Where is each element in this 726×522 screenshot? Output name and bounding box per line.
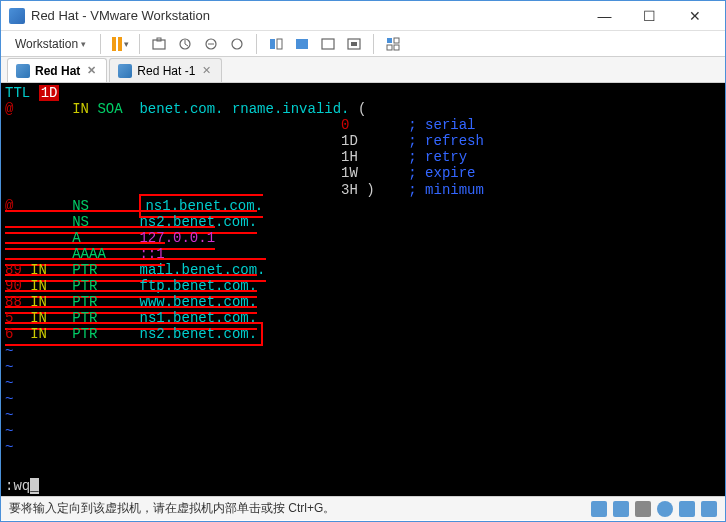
rec-type: A xyxy=(72,230,80,246)
usb-icon[interactable] xyxy=(679,501,695,517)
tilde: ~ xyxy=(5,407,13,423)
rec-class: IN xyxy=(30,310,47,326)
rec-rdata: 127.0.0.1 xyxy=(139,230,215,246)
rec-type: PTR xyxy=(72,294,97,310)
view-fullscreen-button[interactable] xyxy=(317,33,339,55)
tilde: ~ xyxy=(5,359,13,375)
soa-class: IN xyxy=(72,101,89,117)
floppy-icon[interactable] xyxy=(635,501,651,517)
svg-rect-13 xyxy=(387,45,392,50)
rec-type: PTR xyxy=(72,278,97,294)
vm-icon xyxy=(16,64,30,78)
tilde: ~ xyxy=(5,375,13,391)
tab-label: Red Hat xyxy=(35,64,80,78)
rec-type: NS xyxy=(72,214,89,230)
svg-point-4 xyxy=(232,39,242,49)
maximize-button[interactable]: ☐ xyxy=(627,2,672,30)
status-icons xyxy=(591,501,717,517)
soa-retry-comment: ; retry xyxy=(408,149,467,165)
rec-owner: 88 xyxy=(5,294,22,310)
ttl-label: TTL xyxy=(5,85,30,101)
view-single-button[interactable] xyxy=(291,33,313,55)
revert-button[interactable] xyxy=(174,33,196,55)
rec-class: IN xyxy=(30,262,47,278)
svg-rect-10 xyxy=(351,42,357,46)
separator xyxy=(139,34,140,54)
svg-rect-8 xyxy=(322,39,334,49)
rec-type: PTR xyxy=(72,310,97,326)
statusbar: 要将输入定向到该虚拟机，请在虚拟机内部单击或按 Ctrl+G。 xyxy=(1,496,725,520)
svg-rect-5 xyxy=(270,39,275,49)
soa-type: SOA xyxy=(97,101,122,117)
soa-serial-comment: ; serial xyxy=(408,117,475,133)
soa-retry-value: 1H xyxy=(341,149,358,165)
soa-close: ) xyxy=(366,182,374,198)
soa-rname: rname.invalid. xyxy=(232,101,350,117)
rec-rdata: ::1 xyxy=(139,246,164,262)
window-title: Red Hat - VMware Workstation xyxy=(31,8,582,23)
tab-redhat[interactable]: Red Hat ✕ xyxy=(7,58,107,82)
soa-refresh-value: 1D xyxy=(341,133,358,149)
clock-button[interactable] xyxy=(226,33,248,55)
terminal[interactable]: TTL 1D @ IN SOA benet.com. rname.invalid… xyxy=(1,83,725,496)
soa-expire-value: 1W xyxy=(341,165,358,181)
titlebar: Red Hat - VMware Workstation — ☐ ✕ xyxy=(1,1,725,31)
sound-icon[interactable] xyxy=(701,501,717,517)
window-controls: — ☐ ✕ xyxy=(582,2,717,30)
rec-class: IN xyxy=(30,326,47,342)
rec-class: IN xyxy=(30,278,47,294)
soa-minimum-comment: ; minimum xyxy=(408,182,484,198)
ttl-value: 1D xyxy=(39,85,60,101)
tab-label: Red Hat -1 xyxy=(137,64,195,78)
menubar: Workstation ▾ xyxy=(1,31,725,57)
workstation-menu[interactable]: Workstation xyxy=(9,34,92,54)
soa-owner: @ xyxy=(5,101,13,117)
app-icon xyxy=(9,8,25,24)
manage-button[interactable] xyxy=(200,33,222,55)
svg-rect-12 xyxy=(394,38,399,43)
rec-rdata: ns1.benet.com. xyxy=(145,198,263,214)
view-console-button[interactable] xyxy=(265,33,287,55)
tab-close-icon[interactable]: ✕ xyxy=(85,64,98,77)
vim-command-line[interactable]: :wq_ xyxy=(5,478,39,494)
separator xyxy=(100,34,101,54)
tilde: ~ xyxy=(5,343,13,359)
rec-rdata: ftp.benet.com. xyxy=(139,278,257,294)
svg-rect-6 xyxy=(277,39,282,49)
rec-type: PTR xyxy=(72,262,97,278)
rec-owner: 90 xyxy=(5,278,22,294)
tab-redhat-1[interactable]: Red Hat -1 ✕ xyxy=(109,58,222,82)
rec-owner: 5 xyxy=(5,310,13,326)
rec-owner: 89 xyxy=(5,262,22,278)
rec-type: AAAA xyxy=(72,246,106,262)
rec-rdata: ns1.benet.com. xyxy=(139,310,257,326)
rec-class: IN xyxy=(30,294,47,310)
tabbar: Red Hat ✕ Red Hat -1 ✕ xyxy=(1,57,725,83)
thumbnail-button[interactable] xyxy=(382,33,404,55)
soa-refresh-comment: ; refresh xyxy=(408,133,484,149)
network-icon[interactable] xyxy=(657,501,673,517)
pause-button[interactable]: ▾ xyxy=(109,33,131,55)
svg-rect-14 xyxy=(394,45,399,50)
view-unity-button[interactable] xyxy=(343,33,365,55)
minimize-button[interactable]: — xyxy=(582,2,627,30)
soa-domain: benet.com. xyxy=(139,101,223,117)
rec-type: PTR xyxy=(72,326,97,342)
status-hint: 要将输入定向到该虚拟机，请在虚拟机内部单击或按 Ctrl+G。 xyxy=(9,500,335,517)
cd-icon[interactable] xyxy=(613,501,629,517)
close-button[interactable]: ✕ xyxy=(672,2,717,30)
vm-icon xyxy=(118,64,132,78)
soa-open: ( xyxy=(358,101,366,117)
tab-close-icon[interactable]: ✕ xyxy=(200,64,213,77)
rec-owner: 6 xyxy=(5,326,13,342)
svg-rect-7 xyxy=(296,39,308,49)
rec-rdata: ns2.benet.com. xyxy=(139,214,257,230)
snapshot-button[interactable] xyxy=(148,33,170,55)
soa-serial-value: 0 xyxy=(341,117,349,133)
tilde: ~ xyxy=(5,439,13,455)
rec-rdata: www.benet.com. xyxy=(139,294,257,310)
soa-expire-comment: ; expire xyxy=(408,165,475,181)
highlight-box: ns1.benet.com. NS ns2.benet.com. A 127.0… xyxy=(5,194,266,347)
tilde: ~ xyxy=(5,391,13,407)
disk-icon[interactable] xyxy=(591,501,607,517)
